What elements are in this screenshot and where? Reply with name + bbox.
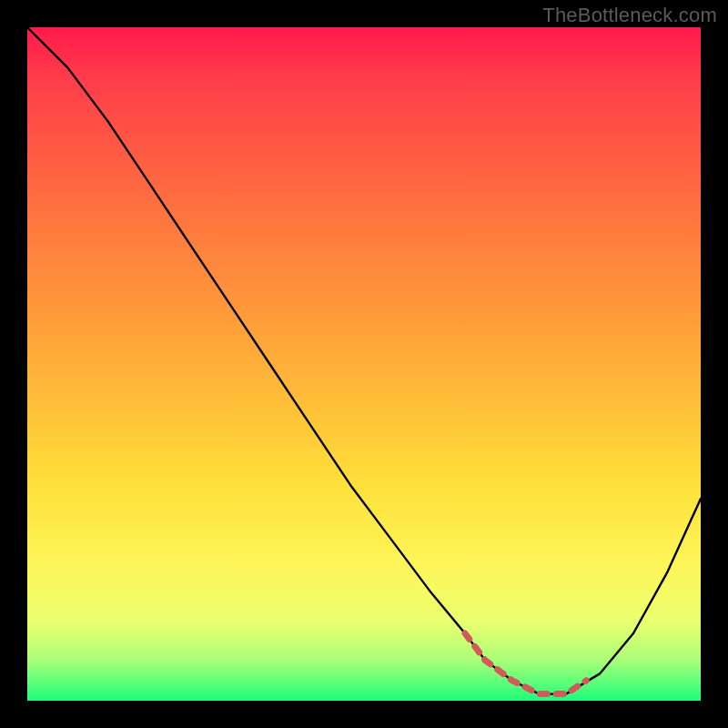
watermark-text: TheBottleneck.com (542, 4, 717, 27)
marker-segment (465, 633, 586, 694)
curve-path (27, 27, 701, 694)
bottleneck-curve (27, 27, 701, 701)
bottleneck-chart (27, 27, 701, 701)
